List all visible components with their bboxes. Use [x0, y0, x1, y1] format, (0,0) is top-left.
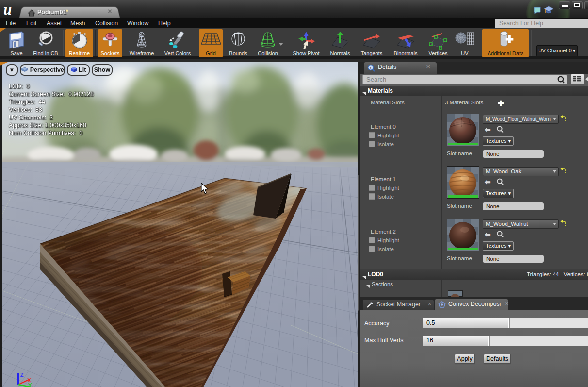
- svg-text:Y: Y: [28, 382, 32, 387]
- svg-text:Z: Z: [20, 372, 24, 378]
